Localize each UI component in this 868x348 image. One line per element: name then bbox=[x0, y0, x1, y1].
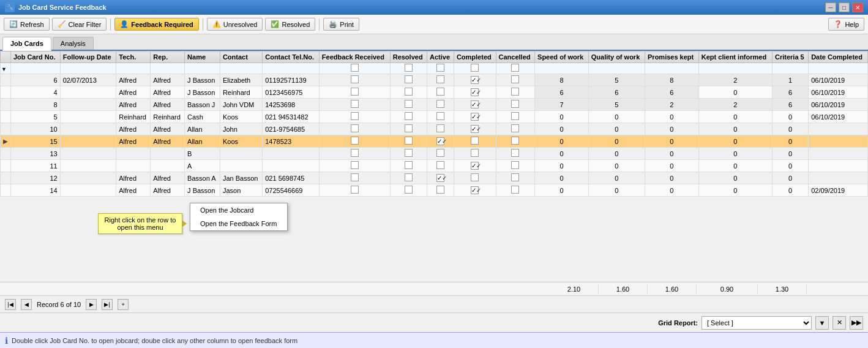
cell-tel: 021 5698745 bbox=[263, 172, 320, 184]
filter-completed bbox=[454, 63, 496, 74]
cell-followup bbox=[60, 148, 116, 160]
filter-rep bbox=[151, 63, 185, 74]
filter-resolved-cb[interactable] bbox=[405, 64, 413, 72]
table-row[interactable]: 4 Alfred Alfred J Basson Reinhard 012345… bbox=[1, 86, 868, 99]
nav-prev-button[interactable]: ◀ bbox=[21, 299, 32, 310]
resolved-button[interactable]: ✅ Resolved bbox=[265, 18, 315, 31]
cell-client: 0 bbox=[698, 172, 772, 184]
filter-completed-cb[interactable] bbox=[471, 64, 479, 72]
filter-speed bbox=[535, 63, 589, 74]
cell-active bbox=[427, 99, 454, 111]
tab-job-cards[interactable]: Job Cards bbox=[2, 37, 51, 51]
cell-followup bbox=[60, 123, 116, 135]
cell-contact: Jan Basson bbox=[220, 172, 262, 184]
unresolved-button[interactable]: ⚠️ Unresolved bbox=[207, 18, 263, 31]
cell-rep: Reinhard bbox=[151, 111, 185, 123]
cell-promises: 2 bbox=[645, 99, 699, 111]
col-client: Kept client informed bbox=[698, 51, 772, 63]
cell-cancelled bbox=[496, 148, 535, 160]
help-button[interactable]: ❓ Help bbox=[828, 18, 864, 31]
cell-cancelled bbox=[496, 123, 535, 135]
nav-next-button[interactable]: ▶ bbox=[86, 299, 97, 310]
table-row[interactable]: 8 Alfred Alfred Basson J John VDM 142536… bbox=[1, 99, 868, 111]
cell-rep: Alfred bbox=[151, 184, 185, 197]
filter-cancelled-cb[interactable] bbox=[511, 64, 519, 72]
toolbar: 🔄 Refresh 🧹 Clear Filter 👤 Feedback Requ… bbox=[0, 15, 868, 34]
summary-client: 0.90 bbox=[697, 284, 758, 294]
cell-name: Basson J bbox=[185, 99, 220, 111]
checkbox bbox=[511, 112, 519, 120]
cell-promises: 0 bbox=[645, 148, 699, 160]
report-dropdown-button[interactable]: ▼ bbox=[815, 316, 829, 330]
cell-completed bbox=[454, 172, 496, 184]
context-open-jobcard[interactable]: Open the Jobcard bbox=[190, 203, 287, 217]
grid-area: Job Card No. Follow-up Date Tech. Rep. N… bbox=[0, 51, 868, 282]
cell-job-card-no: 4 bbox=[11, 86, 61, 99]
checkbox bbox=[471, 149, 479, 157]
minimize-button[interactable]: ─ bbox=[825, 2, 836, 12]
checkbox bbox=[511, 88, 519, 96]
filter-promises bbox=[645, 63, 699, 74]
filter-client bbox=[698, 63, 772, 74]
table-row[interactable]: ▶ 15 Alfred Alfred Allan Koos 1478523 ✓ … bbox=[1, 135, 868, 148]
table-row[interactable]: 10 Alfred Alfred Allan John 021-9754685 … bbox=[1, 123, 868, 135]
report-label: Grid Report: bbox=[658, 319, 698, 327]
print-button[interactable]: 🖨️ Print bbox=[323, 18, 359, 31]
filter-feedback-cb[interactable] bbox=[351, 64, 359, 72]
report-more-button[interactable]: ▶▶ bbox=[850, 316, 863, 330]
nav-new-button[interactable]: + bbox=[118, 299, 129, 310]
cell-speed: 7 bbox=[535, 99, 589, 111]
checkbox bbox=[405, 112, 413, 120]
cell-promises: 6 bbox=[645, 86, 699, 99]
tooltip-box: Right click on the row to open this menu bbox=[98, 213, 182, 234]
cell-cancelled bbox=[496, 86, 535, 99]
cell-promises: 8 bbox=[645, 74, 699, 86]
filter-job-card-no bbox=[11, 63, 61, 74]
cell-cancelled bbox=[496, 172, 535, 184]
feedback-required-button[interactable]: 👤 Feedback Required bbox=[114, 18, 198, 31]
context-open-feedback[interactable]: Open the Feedback Form bbox=[190, 217, 287, 230]
checkbox bbox=[511, 75, 519, 83]
clear-filter-button[interactable]: 🧹 Clear Filter bbox=[52, 18, 107, 31]
cell-tel bbox=[263, 148, 320, 160]
cell-date-completed bbox=[809, 172, 868, 184]
cell-name: J Basson bbox=[185, 86, 220, 99]
cell-rep: Alfred bbox=[151, 86, 185, 99]
cell-contact bbox=[220, 148, 262, 160]
refresh-button[interactable]: 🔄 Refresh bbox=[4, 18, 50, 31]
table-row[interactable]: 12 Alfred Alfred Basson A Jan Basson 021… bbox=[1, 172, 868, 184]
col-job-card-no: Job Card No. bbox=[11, 51, 61, 63]
table-row[interactable]: 11 A ✓ 0 0 0 0 0 bbox=[1, 160, 868, 172]
report-bar: Grid Report: [ Select ] ▼ ✕ ▶▶ bbox=[0, 312, 868, 332]
checkbox bbox=[436, 124, 444, 132]
close-button[interactable]: ✕ bbox=[852, 2, 863, 12]
table-row[interactable]: 6 02/07/2013 Alfred Alfred J Basson Eliz… bbox=[1, 74, 868, 86]
checkbox bbox=[405, 75, 413, 83]
nav-last-button[interactable]: ▶| bbox=[102, 299, 113, 310]
checkbox bbox=[405, 124, 413, 132]
col-completed: Completed bbox=[454, 51, 496, 63]
table-row[interactable]: 13 B 0 0 0 0 0 bbox=[1, 148, 868, 160]
cell-name: Allan bbox=[185, 135, 220, 148]
checkbox bbox=[511, 161, 519, 169]
data-table: Job Card No. Follow-up Date Tech. Rep. N… bbox=[0, 51, 868, 197]
cell-name: A bbox=[185, 160, 220, 172]
row-indicator bbox=[1, 99, 11, 111]
checkbox bbox=[405, 100, 413, 108]
maximize-button[interactable]: □ bbox=[839, 2, 850, 12]
cell-active: ✓ bbox=[427, 172, 454, 184]
report-select[interactable]: [ Select ] bbox=[702, 316, 812, 330]
table-row[interactable]: 5 Reinhard Reinhard Cash Koos 021 945314… bbox=[1, 111, 868, 123]
cell-contact: Koos bbox=[220, 135, 262, 148]
col-contact: Contact bbox=[220, 51, 262, 63]
nav-first-button[interactable]: |◀ bbox=[5, 299, 16, 310]
table-row[interactable]: 14 Alfred Alfred J Basson Jason 07255466… bbox=[1, 184, 868, 197]
tab-analysis[interactable]: Analysis bbox=[53, 37, 94, 50]
cell-resolved bbox=[390, 99, 427, 111]
report-close-button[interactable]: ✕ bbox=[832, 316, 846, 330]
cell-cancelled bbox=[496, 160, 535, 172]
checkbox: ✓ bbox=[471, 100, 479, 108]
checkbox bbox=[405, 173, 413, 181]
filter-active-cb[interactable] bbox=[436, 64, 444, 72]
checkbox: ✓ bbox=[436, 174, 444, 182]
